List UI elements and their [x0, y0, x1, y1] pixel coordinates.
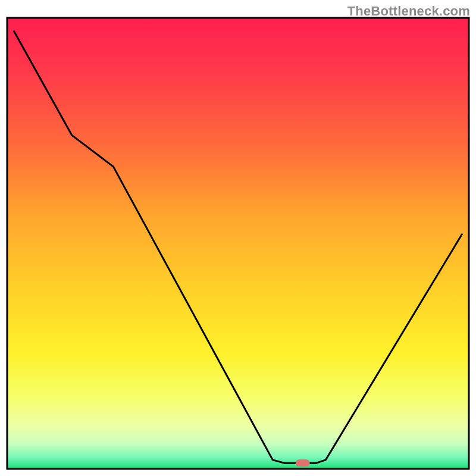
- optimal-point-marker: [296, 459, 310, 466]
- plot-background: [7, 18, 469, 469]
- chart-container: TheBottleneck.com: [0, 0, 476, 476]
- bottleneck-chart: [0, 0, 476, 476]
- watermark-label: TheBottleneck.com: [347, 4, 470, 19]
